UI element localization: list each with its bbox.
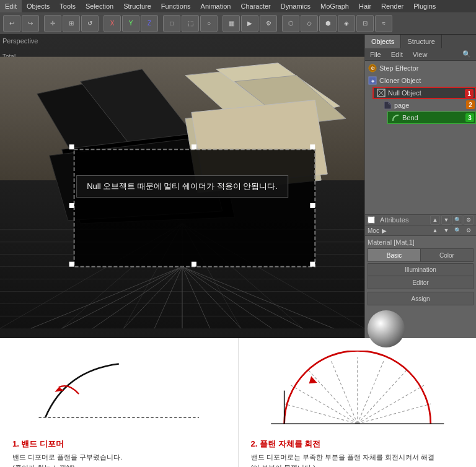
attr-settings2-button[interactable]: ⚙	[464, 225, 474, 235]
main-area: Edit Cameras Display Filter View ⊕ ↓ ⊖ P…	[0, 35, 476, 338]
menu-plugins[interactable]: Plugins	[408, 0, 441, 12]
attr-down-button[interactable]: ▼	[441, 215, 451, 225]
menu-structure[interactable]: Structure	[118, 0, 156, 12]
page-icon	[382, 100, 392, 110]
menu-functions[interactable]: Functions	[156, 0, 196, 12]
menu-bar: Edit Objects Tools Selection Structure F…	[0, 0, 476, 12]
svg-marker-69	[307, 375, 317, 385]
svg-rect-26	[74, 149, 315, 266]
3d-scene[interactable]: Perspective Total Objects 5	[0, 35, 364, 338]
null-object-label: Null Object	[388, 89, 421, 97]
diagram-right-desc: 밴드 디포머로는 부족한 부분을 플랜 자체를 회전시켜서 해결 (이 부분이 …	[251, 452, 464, 467]
mat-row-editor[interactable]: Editor	[368, 276, 473, 289]
svg-line-60	[357, 369, 407, 424]
panel-view-menu[interactable]: View	[408, 48, 433, 60]
attr-settings-button[interactable]: ⚙	[464, 215, 474, 225]
menu-edit[interactable]: Edit	[0, 0, 22, 12]
menu-tools[interactable]: Tools	[55, 0, 81, 12]
bottom-area: 1. 밴드 디포머 밴드 디포머로 플랜을 구부렸습니다. (종이가 휘는 느낌…	[0, 338, 476, 467]
object-button[interactable]: □	[163, 15, 180, 32]
svg-marker-53	[384, 102, 391, 109]
attr-mode-label: Moc	[368, 227, 379, 234]
menu-mograph[interactable]: MoGraph	[315, 0, 354, 12]
tree-item-null-object[interactable]: Null Object 1	[372, 87, 476, 99]
rotate-button[interactable]: ↺	[81, 15, 99, 32]
cloner-label: Cloner Object	[379, 77, 421, 84]
scale-button[interactable]: ⊞	[63, 15, 80, 32]
tab-objects[interactable]: Objects	[365, 35, 401, 48]
attr-toolbar: Moc ▶ ▲ ▼ 🔍 ⚙	[365, 225, 476, 236]
tree-item-page[interactable]: page 2	[380, 99, 476, 111]
cloner-icon: ◈	[368, 76, 377, 85]
z-axis-button[interactable]: Z	[141, 15, 158, 32]
svg-line-66	[284, 404, 357, 424]
page-label: page	[394, 102, 409, 109]
attr-up-button[interactable]: ▲	[430, 215, 440, 225]
attributes-panel: Attributes ▲ ▼ 🔍 ⚙ Moc ▶ ▲ ▼ 🔍 ⚙	[365, 214, 476, 338]
svg-line-61	[357, 385, 423, 424]
panel-tabs: Objects Structure	[365, 35, 476, 48]
tab-structure[interactable]: Structure	[401, 35, 442, 48]
svg-line-59	[357, 360, 384, 424]
material-tabs: Basic Color	[368, 248, 474, 262]
diagram-right-svg	[251, 351, 464, 437]
svg-rect-31	[310, 203, 315, 208]
primitive1-button[interactable]: ⬡	[282, 15, 299, 32]
svg-rect-34	[310, 262, 315, 267]
deformer-button[interactable]: ⊡	[356, 15, 374, 32]
mat-tab-color[interactable]: Color	[421, 249, 473, 261]
menu-selection[interactable]: Selection	[81, 0, 118, 12]
primitive2-button[interactable]: ◇	[301, 15, 318, 32]
x-axis-button[interactable]: X	[104, 15, 121, 32]
redo-button[interactable]: ↪	[22, 15, 39, 32]
spline-button[interactable]: ≈	[375, 15, 392, 32]
perspective-label: Perspective	[2, 37, 38, 45]
main-toolbar: ↩ ↪ ✛ ⊞ ↺ X Y Z □ ⬚ ○ ▦ ▶ ⚙ ⬡ ◇ ⬢ ◈ ⊡ ≈	[0, 12, 476, 35]
svg-text:⚙: ⚙	[371, 66, 375, 71]
svg-rect-33	[192, 262, 196, 267]
diagram-left-desc: 밴드 디포머로 플랜을 구부렸습니다. (종이가 휘는 느낌^^)	[12, 452, 226, 467]
diagram-right-title: 2. 플랜 자체를 회전	[251, 439, 464, 450]
tree-item-cloner[interactable]: ◈ Cloner Object	[365, 74, 476, 87]
menu-dynamics[interactable]: Dynamics	[276, 0, 315, 12]
attr-search-button[interactable]: 🔍	[452, 215, 462, 225]
assign-button[interactable]: Assign	[368, 292, 474, 305]
menu-hair[interactable]: Hair	[354, 0, 376, 12]
attr-nav-up[interactable]: ▲	[430, 225, 440, 235]
bend-badge: 3	[465, 113, 474, 122]
primitive3-button[interactable]: ⬢	[319, 15, 337, 32]
panel-file-menu[interactable]: File	[365, 48, 386, 60]
svg-line-63	[330, 360, 357, 424]
tree-item-step-effector[interactable]: ⚙ Step Effector	[365, 62, 476, 74]
undo-button[interactable]: ↩	[3, 15, 20, 32]
primitive4-button[interactable]: ◈	[338, 15, 355, 32]
attr-checkbox[interactable]	[368, 216, 375, 224]
panel-search-icon[interactable]: 🔍	[457, 48, 476, 60]
y-axis-button[interactable]: Y	[122, 15, 139, 32]
svg-rect-29	[310, 144, 315, 149]
menu-objects[interactable]: Objects	[22, 0, 55, 12]
mat-tab-basic[interactable]: Basic	[368, 249, 421, 261]
select1-button[interactable]: ⬚	[182, 15, 199, 32]
step-effector-icon: ⚙	[368, 63, 377, 73]
diagram-left-svg	[12, 351, 226, 437]
attr-nav-down[interactable]: ▼	[441, 225, 451, 235]
svg-rect-30	[69, 203, 74, 208]
render-view-button[interactable]: ▶	[241, 15, 258, 32]
menu-character[interactable]: Character	[236, 0, 275, 12]
menu-animation[interactable]: Animation	[196, 0, 236, 12]
mat-row-illumination[interactable]: Illumination	[368, 264, 473, 276]
panel-edit-menu[interactable]: Edit	[386, 48, 408, 60]
select2-button[interactable]: ○	[200, 15, 218, 32]
null-badge: 1	[465, 89, 474, 98]
render-region-button[interactable]: ▦	[223, 15, 240, 32]
material-title: Material [Mat,1]	[368, 238, 474, 246]
svg-rect-32	[69, 262, 74, 267]
move-button[interactable]: ✛	[44, 15, 61, 32]
tree-item-bend[interactable]: Bend 3	[387, 111, 476, 124]
menu-render[interactable]: Render	[376, 0, 408, 12]
attr-search2-button[interactable]: 🔍	[452, 225, 462, 235]
render-settings-button[interactable]: ⚙	[260, 15, 277, 32]
diagram-left: 1. 밴드 디포머 밴드 디포머로 플랜을 구부렸습니다. (종이가 휘는 느낌…	[0, 338, 238, 467]
svg-rect-28	[192, 144, 196, 149]
